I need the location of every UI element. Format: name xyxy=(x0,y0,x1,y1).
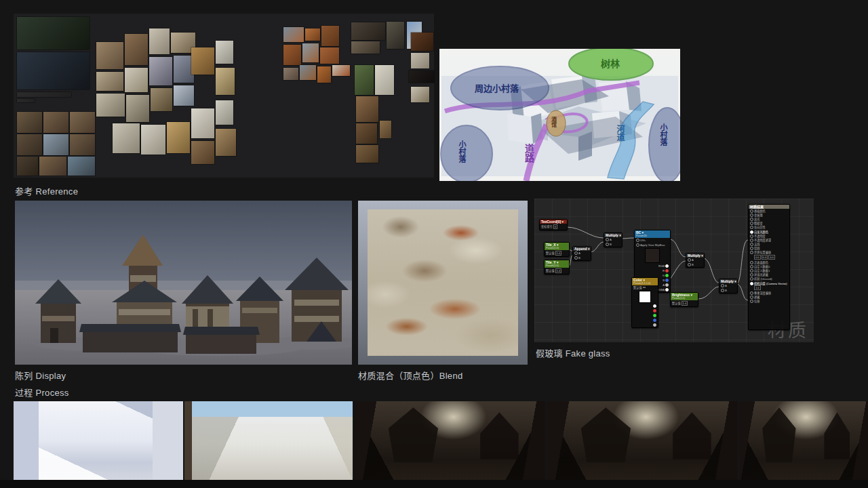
material-node: Multiply ▾AB xyxy=(719,279,738,293)
node-input-pin: Apply View MipBias xyxy=(635,243,670,247)
reference-photo xyxy=(332,65,350,76)
pin-dot xyxy=(750,235,753,238)
pin-dot xyxy=(750,218,753,221)
material-node: TexCoord[0] ▾坐标索引0 xyxy=(539,219,568,230)
reference-photo xyxy=(96,42,123,69)
pin-values: 0.00.00.0 xyxy=(754,255,789,260)
forest-text: 树林 xyxy=(601,58,620,69)
node-input-pin: B xyxy=(604,242,622,247)
reference-photo xyxy=(300,65,316,80)
pin-dot xyxy=(606,238,609,241)
pin-dot xyxy=(750,239,753,242)
reference-photo xyxy=(17,92,71,97)
pin-dot xyxy=(750,277,753,281)
display-render-image xyxy=(15,201,352,365)
pin-dot xyxy=(665,279,669,282)
node-preview xyxy=(645,248,660,263)
material-node: Brightness ▾Param(1.0)默认值1.0 xyxy=(670,292,698,307)
pin-value: 1.0 xyxy=(754,285,761,290)
node-title: Append ▾ xyxy=(573,247,591,251)
node-title: Color ▾Param(1,1,1,0) xyxy=(632,278,658,285)
material-result-node: 材质结果基础颜色金属感高光粗糙度各向异性自发光颜色不透明度不透明度遮罩法线切线世… xyxy=(748,204,790,330)
node-output-pin xyxy=(632,318,658,323)
reference-photo xyxy=(70,112,95,133)
node-output-pin xyxy=(632,313,658,318)
reference-photo xyxy=(411,87,429,102)
reference-photo xyxy=(126,95,149,122)
node-input-pin: A xyxy=(573,251,591,256)
portfolio-page: 参考 Reference xyxy=(0,0,868,488)
pin-dot xyxy=(653,309,656,312)
node-title: Tile_Y ▾Param(1.0) xyxy=(545,260,569,268)
process-image xyxy=(184,401,353,480)
pin-dot xyxy=(750,230,753,234)
pin-dot xyxy=(750,222,753,225)
blend-texture-image xyxy=(358,201,528,365)
node-input-pin: UVs xyxy=(635,238,670,243)
reference-photo xyxy=(17,157,38,176)
process-strip xyxy=(14,401,868,480)
pin-dot xyxy=(750,247,753,250)
villages-text: 周边小村落 xyxy=(475,83,519,94)
node-output-pin: RGB xyxy=(635,264,670,268)
node-input-pin: A xyxy=(604,237,622,242)
reference-photo xyxy=(17,112,42,133)
process-image xyxy=(739,401,868,480)
reference-photo xyxy=(411,53,429,68)
node-default-row: 默认值 xyxy=(632,285,658,290)
pin-dot xyxy=(653,323,656,327)
material-node: Tile_Y ▾Param(1.0)默认值1.0 xyxy=(544,260,570,274)
pin-dot xyxy=(750,243,753,246)
node-output-pin xyxy=(632,308,658,313)
reference-photo xyxy=(43,134,68,155)
pin-dot xyxy=(688,258,691,262)
pin-dot xyxy=(606,243,609,246)
reference-photo xyxy=(283,68,298,80)
reference-photo xyxy=(375,65,394,95)
reference-photo xyxy=(149,57,172,85)
process-image xyxy=(354,401,545,480)
reference-photo xyxy=(17,99,35,102)
reference-photo xyxy=(191,141,214,164)
pin-dot xyxy=(665,288,669,291)
node-output-pin xyxy=(632,304,658,308)
process-label: 过程 Process xyxy=(15,386,69,399)
pin-dot xyxy=(665,283,669,287)
reference-photo xyxy=(216,100,233,125)
village-left-text: 小村落 xyxy=(458,140,467,163)
reference-photo xyxy=(356,96,378,122)
node-output-pin xyxy=(632,323,658,327)
pin-dot xyxy=(750,300,753,303)
pin-values: 1.0 xyxy=(754,285,789,290)
reference-photo xyxy=(68,157,95,176)
material-node: Color ▾Param(1,1,1,0)默认值 xyxy=(631,277,658,328)
reference-photo xyxy=(283,27,304,42)
reference-photo xyxy=(283,45,301,65)
reference-photo xyxy=(302,43,319,62)
layout-map-image: 树林 周边小村落 小村落 小村落 河道 道路 酒馆 xyxy=(439,49,680,181)
reference-photo xyxy=(305,28,320,41)
river-text: 河道 xyxy=(615,124,625,142)
pin-dot xyxy=(636,239,639,242)
node-input-pin: B xyxy=(719,288,737,293)
tavern-text: 酒馆 xyxy=(551,116,557,128)
reference-label: 参考 Reference xyxy=(15,184,78,197)
reference-photo xyxy=(70,134,95,155)
reference-photo xyxy=(321,26,339,46)
pin-dot xyxy=(750,251,753,254)
pin-dot xyxy=(721,289,724,292)
reference-photo xyxy=(96,94,125,117)
pin-dot xyxy=(665,274,669,277)
node-input-pin: B xyxy=(573,256,591,260)
pin-dot xyxy=(750,291,753,295)
node-default-row: 默认值1.0 xyxy=(545,268,569,274)
reference-photo xyxy=(317,66,331,83)
pin-dot xyxy=(574,251,578,255)
node-title: TexCoord[0] ▾ xyxy=(540,220,567,224)
pin-dot xyxy=(665,269,669,272)
material-node: Multiply ▾AB xyxy=(604,232,623,247)
reference-photo xyxy=(411,33,433,51)
reference-photo xyxy=(17,134,42,155)
material-node-graph: 材质 TexCoord[0] ▾坐标索引0Tile_X ▾Param(1.0)默… xyxy=(534,199,814,342)
reference-photo xyxy=(216,68,235,95)
